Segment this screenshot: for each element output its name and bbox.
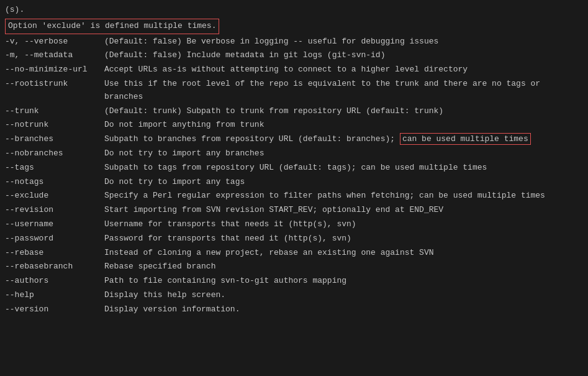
option-tags: --tags Subpath to tags from repository U…: [5, 161, 583, 175]
option-name: --rebase: [5, 247, 104, 260]
option-name: --password: [5, 232, 104, 245]
option-name: --username: [5, 218, 104, 231]
option-nobranches: --nobranches Do not try to import any br…: [5, 147, 583, 161]
option-rootistrunk: --rootistrunk Use this if the root level…: [5, 77, 583, 104]
option-desc: Username for transports that needs it (h…: [104, 218, 583, 231]
option-name: --rebasebranch: [5, 260, 104, 273]
option-name: --nobranches: [5, 147, 104, 160]
option-desc: Use this if the root level of the repo i…: [104, 78, 583, 104]
error-line: Option 'exclude' is defined multiple tim…: [5, 18, 583, 35]
option-name: --trunk: [5, 105, 104, 118]
option-verbose: -v, --verbose (Default: false) Be verbos…: [5, 35, 583, 49]
option-name: -v, --verbose: [5, 35, 104, 48]
prefix-text: (s).: [5, 5, 24, 14]
option-name: --rootistrunk: [5, 78, 104, 91]
option-trunk: --trunk (Default: trunk) Subpath to trun…: [5, 104, 583, 119]
option-name: -m, --metadata: [5, 49, 104, 62]
option-desc: Do not import anything from trunk: [104, 119, 583, 132]
option-name: --tags: [5, 162, 104, 175]
option-name: --notrunk: [5, 119, 104, 132]
option-desc: Do not try to import any tags: [104, 176, 583, 189]
option-branches: --branches Subpath to branches from repo…: [5, 132, 583, 147]
error-message: Option 'exclude' is defined multiple tim…: [5, 19, 219, 34]
option-name: --branches: [5, 133, 104, 146]
terminal-window: (s). Option 'exclude' is defined multipl…: [0, 0, 588, 376]
option-exclude: --exclude Specify a Perl regular express…: [5, 189, 583, 203]
option-desc: Password for transports that need it (ht…: [104, 232, 583, 245]
option-authors: --authors Path to file containing svn-to…: [5, 274, 583, 288]
option-rebase: --rebase Instead of cloning a new projec…: [5, 246, 583, 260]
option-notrunk: --notrunk Do not import anything from tr…: [5, 118, 583, 132]
highlight-can-be-used: can be used multiple times: [400, 133, 531, 145]
option-password: --password Password for transports that …: [5, 232, 583, 246]
option-desc: Instead of cloning a new project, rebase…: [104, 247, 583, 260]
option-desc: Do not try to import any branches: [104, 147, 583, 160]
option-rebasebranch: --rebasebranch Rebase specified branch: [5, 260, 583, 274]
option-name: --authors: [5, 275, 104, 288]
option-name: --revision: [5, 204, 104, 217]
option-username: --username Username for transports that …: [5, 218, 583, 232]
option-name: --no-minimize-url: [5, 63, 104, 76]
option-desc: Accept URLs as-is without attempting to …: [104, 63, 583, 76]
option-desc: Path to file containing svn-to-git autho…: [104, 275, 583, 288]
option-notags: --notags Do not try to import any tags: [5, 175, 583, 190]
option-name: --version: [5, 303, 104, 316]
option-revision: --revision Start importing from SVN revi…: [5, 203, 583, 218]
option-desc: Subpath to branches from repository URL …: [104, 133, 583, 146]
option-desc: Display version information.: [104, 303, 583, 316]
option-name: --help: [5, 289, 104, 302]
option-help: --help Display this help screen.: [5, 288, 583, 303]
option-desc: (Default: false) Be verbose in logging -…: [104, 35, 583, 48]
desc-text: Subpath to branches from repository URL …: [104, 134, 395, 144]
option-desc: Start importing from SVN revision START_…: [104, 204, 583, 217]
option-metadata: -m, --metadata (Default: false) Include …: [5, 48, 583, 63]
option-version: --version Display version information.: [5, 303, 583, 317]
option-desc: Display this help screen.: [104, 289, 583, 302]
option-desc: Rebase specified branch: [104, 260, 583, 273]
prefix-line: (s).: [5, 4, 583, 17]
option-desc: Subpath to tags from repository URL (def…: [104, 162, 583, 175]
option-desc: Specify a Perl regular expression to fil…: [104, 190, 583, 203]
option-desc: (Default: trunk) Subpath to trunk from r…: [104, 105, 583, 118]
option-desc: (Default: false) Include metadata in git…: [104, 49, 583, 62]
option-name: --exclude: [5, 190, 104, 203]
option-no-minimize-url: --no-minimize-url Accept URLs as-is with…: [5, 63, 583, 77]
option-name: --notags: [5, 176, 104, 189]
